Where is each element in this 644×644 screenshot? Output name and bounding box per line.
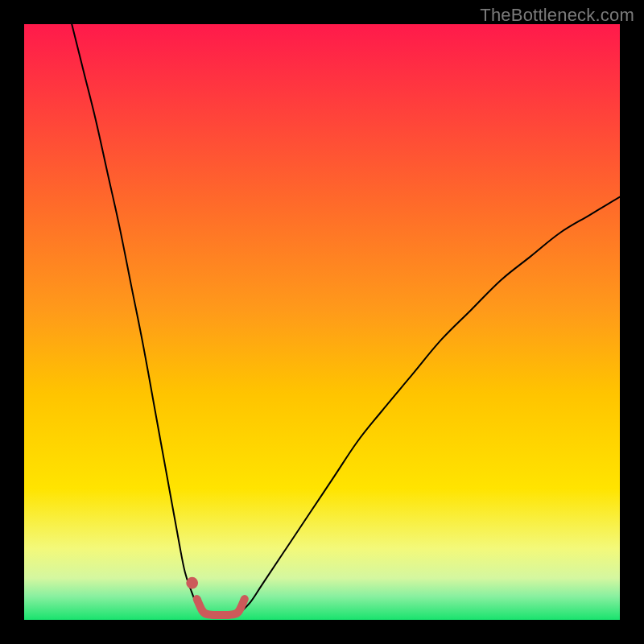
chart-svg bbox=[24, 24, 620, 620]
watermark-text: TheBottleneck.com bbox=[480, 5, 634, 26]
plot-area bbox=[24, 24, 620, 620]
annotation-layer bbox=[186, 577, 198, 589]
valley-dot bbox=[186, 577, 198, 589]
chart-frame: TheBottleneck.com bbox=[0, 0, 644, 644]
gradient-backdrop bbox=[24, 24, 620, 620]
